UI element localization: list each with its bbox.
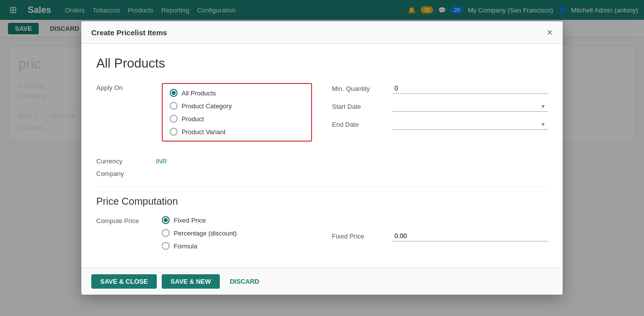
start-date-label: Start Date <box>332 103 386 110</box>
save-close-button[interactable]: SAVE & CLOSE <box>91 274 157 289</box>
apply-on-left: Apply On All Products <box>96 83 312 148</box>
radio-label-all-products: All Products <box>182 89 216 97</box>
company-row: Company <box>96 170 548 177</box>
compute-price-options: Fixed Price Percentage (discount) Formul… <box>162 216 312 250</box>
start-date-row: Start Date ▼ <box>332 101 548 112</box>
modal-title: Create Pricelist Items <box>91 28 167 37</box>
radio-circle-product <box>170 115 178 123</box>
price-computation-heading: Price Computation <box>96 196 548 207</box>
radio-circle-formula <box>162 242 170 250</box>
radio-formula[interactable]: Formula <box>162 242 312 250</box>
apply-on-section: Apply On All Products <box>96 83 548 148</box>
radio-label-product: Product <box>182 115 204 123</box>
end-date-select[interactable] <box>392 119 548 130</box>
radio-label-product-variant: Product Variant <box>182 128 226 136</box>
min-quantity-row: Min. Quantity <box>332 83 548 94</box>
radio-circle-fixed-price <box>162 216 170 224</box>
apply-on-options: All Products Product Category <box>162 83 312 142</box>
radio-product[interactable]: Product <box>170 115 304 123</box>
radio-circle-product-category <box>170 102 178 110</box>
apply-on-box: All Products Product Category <box>162 83 312 142</box>
radio-label-product-category: Product Category <box>182 102 232 110</box>
modal-footer: SAVE & CLOSE SAVE & NEW DISCARD <box>81 268 563 295</box>
compute-price-label: Compute Price <box>96 216 156 225</box>
price-computation-section: Compute Price Fixed Price Percentage (di… <box>96 216 548 256</box>
compute-left: Compute Price Fixed Price Percentage (di… <box>96 216 312 256</box>
fixed-price-label: Fixed Price <box>332 233 386 240</box>
radio-all-products[interactable]: All Products <box>170 89 304 97</box>
apply-on-row: Apply On All Products <box>96 83 312 142</box>
modal-close-button[interactable]: × <box>547 27 553 37</box>
end-date-wrapper: ▼ <box>392 119 548 130</box>
radio-product-variant[interactable]: Product Variant <box>170 128 304 136</box>
currency-value[interactable]: INR <box>156 158 167 165</box>
end-date-label: End Date <box>332 121 386 128</box>
fixed-price-input[interactable] <box>392 231 548 241</box>
modal-body: All Products Apply On All Products <box>81 44 563 268</box>
radio-circle-product-variant <box>170 128 178 136</box>
radio-circle-all-products <box>170 89 178 97</box>
currency-label: Currency <box>96 158 156 165</box>
radio-product-category[interactable]: Product Category <box>170 102 304 110</box>
modal-overlay: Create Pricelist Items × All Products Ap… <box>0 0 644 316</box>
fixed-price-right: Fixed Price <box>332 216 548 256</box>
apply-on-label: Apply On <box>96 83 156 91</box>
radio-percentage[interactable]: Percentage (discount) <box>162 229 312 237</box>
min-quantity-input[interactable] <box>392 83 548 94</box>
radio-label-fixed-price: Fixed Price <box>174 217 206 224</box>
date-quantity-right: Min. Quantity Start Date ▼ End D <box>332 83 548 148</box>
radio-fixed-price[interactable]: Fixed Price <box>162 216 312 224</box>
currency-row: Currency INR <box>96 158 548 165</box>
company-label: Company <box>96 170 156 177</box>
radio-label-percentage: Percentage (discount) <box>174 230 237 237</box>
section-divider <box>96 186 548 187</box>
min-quantity-label: Min. Quantity <box>332 85 386 92</box>
start-date-wrapper: ▼ <box>392 101 548 112</box>
modal-heading: All Products <box>96 56 548 71</box>
start-date-select[interactable] <box>392 101 548 112</box>
radio-circle-percentage <box>162 229 170 237</box>
radio-label-formula: Formula <box>174 242 197 250</box>
compute-price-row: Compute Price Fixed Price Percentage (di… <box>96 216 312 250</box>
save-new-button[interactable]: SAVE & NEW <box>162 274 220 289</box>
create-pricelist-modal: Create Pricelist Items × All Products Ap… <box>81 21 563 295</box>
modal-header: Create Pricelist Items × <box>81 21 563 44</box>
modal-discard-button[interactable]: DISCARD <box>225 274 264 289</box>
end-date-row: End Date ▼ <box>332 119 548 130</box>
